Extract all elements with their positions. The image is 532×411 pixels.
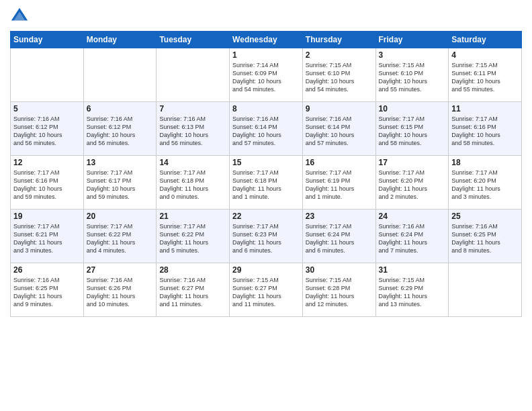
calendar-cell: 2Sunrise: 7:15 AM Sunset: 6:10 PM Daylig…	[302, 48, 375, 102]
day-info: Sunrise: 7:17 AM Sunset: 6:17 PM Dayligh…	[87, 169, 154, 201]
calendar-cell: 18Sunrise: 7:17 AM Sunset: 6:20 PM Dayli…	[449, 156, 522, 210]
weekday-header-wednesday: Wednesday	[230, 32, 303, 48]
day-info: Sunrise: 7:17 AM Sunset: 6:19 PM Dayligh…	[306, 169, 373, 201]
calendar-cell: 25Sunrise: 7:16 AM Sunset: 6:25 PM Dayli…	[449, 210, 522, 263]
header	[10, 7, 522, 26]
day-number: 11	[451, 104, 519, 113]
logo-icon	[10, 7, 29, 26]
weekday-header-friday: Friday	[375, 32, 449, 48]
day-number: 10	[379, 104, 446, 113]
day-number: 19	[13, 212, 81, 221]
day-number: 7	[159, 104, 226, 113]
week-row-5: 26Sunrise: 7:16 AM Sunset: 6:25 PM Dayli…	[11, 263, 522, 317]
calendar-cell: 8Sunrise: 7:16 AM Sunset: 6:14 PM Daylig…	[230, 102, 303, 156]
calendar-table: SundayMondayTuesdayWednesdayThursdayFrid…	[10, 31, 522, 317]
day-info: Sunrise: 7:14 AM Sunset: 6:09 PM Dayligh…	[232, 61, 300, 94]
calendar-cell: 5Sunrise: 7:16 AM Sunset: 6:12 PM Daylig…	[11, 102, 84, 156]
day-number: 30	[306, 265, 373, 275]
day-info: Sunrise: 7:16 AM Sunset: 6:25 PM Dayligh…	[451, 222, 519, 255]
day-info: Sunrise: 7:17 AM Sunset: 6:23 PM Dayligh…	[232, 222, 300, 255]
day-number: 21	[159, 212, 226, 221]
calendar-cell: 6Sunrise: 7:16 AM Sunset: 6:12 PM Daylig…	[83, 102, 157, 156]
day-info: Sunrise: 7:16 AM Sunset: 6:12 PM Dayligh…	[87, 115, 154, 148]
day-info: Sunrise: 7:16 AM Sunset: 6:14 PM Dayligh…	[306, 115, 373, 148]
day-info: Sunrise: 7:17 AM Sunset: 6:18 PM Dayligh…	[232, 169, 300, 201]
day-info: Sunrise: 7:15 AM Sunset: 6:10 PM Dayligh…	[379, 61, 446, 94]
day-number: 3	[379, 50, 446, 60]
weekday-header-monday: Monday	[83, 32, 157, 48]
day-info: Sunrise: 7:15 AM Sunset: 6:27 PM Dayligh…	[232, 276, 300, 309]
calendar-cell: 13Sunrise: 7:17 AM Sunset: 6:17 PM Dayli…	[83, 156, 157, 210]
day-number: 31	[379, 265, 446, 275]
day-number: 2	[306, 50, 373, 60]
calendar-cell: 7Sunrise: 7:16 AM Sunset: 6:13 PM Daylig…	[157, 102, 230, 156]
calendar-cell: 30Sunrise: 7:15 AM Sunset: 6:28 PM Dayli…	[302, 263, 375, 317]
calendar-cell: 23Sunrise: 7:17 AM Sunset: 6:24 PM Dayli…	[302, 210, 375, 263]
calendar-cell: 12Sunrise: 7:17 AM Sunset: 6:16 PM Dayli…	[11, 156, 84, 210]
day-number: 17	[379, 158, 446, 167]
day-number: 23	[306, 212, 373, 221]
day-info: Sunrise: 7:17 AM Sunset: 6:22 PM Dayligh…	[87, 222, 154, 255]
day-number: 28	[159, 265, 226, 275]
calendar-cell	[83, 48, 157, 102]
day-info: Sunrise: 7:17 AM Sunset: 6:21 PM Dayligh…	[13, 222, 81, 255]
calendar-cell	[11, 48, 84, 102]
day-number: 6	[87, 104, 154, 113]
calendar-cell: 22Sunrise: 7:17 AM Sunset: 6:23 PM Dayli…	[230, 210, 303, 263]
day-info: Sunrise: 7:16 AM Sunset: 6:14 PM Dayligh…	[232, 115, 300, 148]
day-info: Sunrise: 7:16 AM Sunset: 6:13 PM Dayligh…	[159, 115, 226, 148]
calendar-cell: 15Sunrise: 7:17 AM Sunset: 6:18 PM Dayli…	[230, 156, 303, 210]
calendar-cell: 4Sunrise: 7:15 AM Sunset: 6:11 PM Daylig…	[449, 48, 522, 102]
calendar-cell: 16Sunrise: 7:17 AM Sunset: 6:19 PM Dayli…	[302, 156, 375, 210]
calendar-cell: 27Sunrise: 7:16 AM Sunset: 6:26 PM Dayli…	[83, 263, 157, 317]
day-number: 29	[232, 265, 300, 275]
calendar-cell: 1Sunrise: 7:14 AM Sunset: 6:09 PM Daylig…	[230, 48, 303, 102]
weekday-header-row: SundayMondayTuesdayWednesdayThursdayFrid…	[11, 32, 522, 48]
calendar-cell: 11Sunrise: 7:17 AM Sunset: 6:16 PM Dayli…	[449, 102, 522, 156]
calendar-cell: 17Sunrise: 7:17 AM Sunset: 6:20 PM Dayli…	[375, 156, 449, 210]
calendar-cell	[157, 48, 230, 102]
weekday-header-thursday: Thursday	[302, 32, 375, 48]
calendar-cell: 24Sunrise: 7:16 AM Sunset: 6:24 PM Dayli…	[375, 210, 449, 263]
calendar-cell: 9Sunrise: 7:16 AM Sunset: 6:14 PM Daylig…	[302, 102, 375, 156]
day-info: Sunrise: 7:17 AM Sunset: 6:22 PM Dayligh…	[159, 222, 226, 255]
day-number: 25	[451, 212, 519, 221]
weekday-header-tuesday: Tuesday	[157, 32, 230, 48]
day-info: Sunrise: 7:15 AM Sunset: 6:28 PM Dayligh…	[306, 276, 373, 309]
calendar-cell: 26Sunrise: 7:16 AM Sunset: 6:25 PM Dayli…	[11, 263, 84, 317]
day-info: Sunrise: 7:16 AM Sunset: 6:24 PM Dayligh…	[379, 222, 446, 255]
day-info: Sunrise: 7:16 AM Sunset: 6:25 PM Dayligh…	[13, 276, 81, 309]
calendar-cell: 10Sunrise: 7:17 AM Sunset: 6:15 PM Dayli…	[375, 102, 449, 156]
day-number: 12	[13, 158, 81, 167]
calendar-cell: 28Sunrise: 7:16 AM Sunset: 6:27 PM Dayli…	[157, 263, 230, 317]
day-number: 26	[13, 265, 81, 275]
day-info: Sunrise: 7:16 AM Sunset: 6:27 PM Dayligh…	[159, 276, 226, 309]
day-number: 5	[13, 104, 81, 113]
day-info: Sunrise: 7:17 AM Sunset: 6:24 PM Dayligh…	[306, 222, 373, 255]
day-number: 16	[306, 158, 373, 167]
weekday-header-sunday: Sunday	[11, 32, 84, 48]
day-number: 22	[232, 212, 300, 221]
week-row-4: 19Sunrise: 7:17 AM Sunset: 6:21 PM Dayli…	[11, 210, 522, 263]
day-info: Sunrise: 7:15 AM Sunset: 6:29 PM Dayligh…	[379, 276, 446, 309]
day-info: Sunrise: 7:17 AM Sunset: 6:20 PM Dayligh…	[451, 169, 519, 201]
day-number: 8	[232, 104, 300, 113]
week-row-3: 12Sunrise: 7:17 AM Sunset: 6:16 PM Dayli…	[11, 156, 522, 210]
day-number: 27	[87, 265, 154, 275]
day-number: 18	[451, 158, 519, 167]
day-info: Sunrise: 7:17 AM Sunset: 6:16 PM Dayligh…	[451, 115, 519, 148]
day-info: Sunrise: 7:17 AM Sunset: 6:18 PM Dayligh…	[159, 169, 226, 201]
calendar-cell: 29Sunrise: 7:15 AM Sunset: 6:27 PM Dayli…	[230, 263, 303, 317]
day-info: Sunrise: 7:15 AM Sunset: 6:10 PM Dayligh…	[306, 61, 373, 94]
week-row-2: 5Sunrise: 7:16 AM Sunset: 6:12 PM Daylig…	[11, 102, 522, 156]
weekday-header-saturday: Saturday	[449, 32, 522, 48]
calendar-cell: 3Sunrise: 7:15 AM Sunset: 6:10 PM Daylig…	[375, 48, 449, 102]
week-row-1: 1Sunrise: 7:14 AM Sunset: 6:09 PM Daylig…	[11, 48, 522, 102]
calendar-cell: 31Sunrise: 7:15 AM Sunset: 6:29 PM Dayli…	[375, 263, 449, 317]
day-info: Sunrise: 7:17 AM Sunset: 6:15 PM Dayligh…	[379, 115, 446, 148]
day-number: 9	[306, 104, 373, 113]
day-info: Sunrise: 7:15 AM Sunset: 6:11 PM Dayligh…	[451, 61, 519, 94]
day-info: Sunrise: 7:17 AM Sunset: 6:16 PM Dayligh…	[13, 169, 81, 201]
day-number: 20	[87, 212, 154, 221]
day-number: 24	[379, 212, 446, 221]
